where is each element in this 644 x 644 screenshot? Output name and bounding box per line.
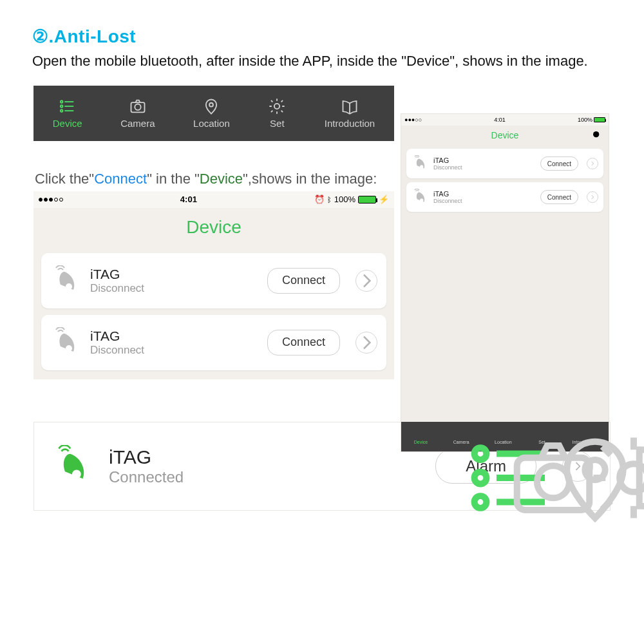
connect-button[interactable]: Connect: [540, 156, 578, 171]
signal-icon: [39, 198, 63, 202]
device-name: iTAG: [433, 190, 535, 198]
battery-icon: [358, 196, 376, 204]
connect-button[interactable]: Connect: [540, 190, 578, 204]
tab-location[interactable]: Location: [193, 97, 230, 129]
tab-device[interactable]: Device: [414, 430, 428, 444]
book-icon: [579, 430, 589, 439]
device-name: iTAG: [109, 446, 420, 468]
tab-device[interactable]: Device: [53, 97, 82, 129]
device-card: iTAG Disconnect Connect: [406, 182, 603, 212]
battery-pct: 100%: [334, 194, 355, 204]
gear-icon: [537, 430, 547, 439]
tab-label: Introduction: [573, 440, 596, 444]
device-name: iTAG: [90, 267, 258, 282]
device-name: iTAG: [433, 156, 535, 164]
tag-icon: [412, 189, 428, 205]
tab-camera[interactable]: Camera: [453, 430, 469, 444]
pin-icon: [498, 430, 508, 439]
tag-icon: [51, 445, 93, 488]
tab-label: Location: [193, 118, 230, 129]
section-body: Open the mobile bluetooth, after inside …: [32, 51, 612, 71]
device-card: iTAG Disconnect Connect: [406, 149, 603, 178]
device-name: iTAG: [90, 328, 258, 344]
connect-button[interactable]: Connect: [267, 330, 340, 355]
status-bar: 4:01 ⏰ ᛒ 100% ⚡: [33, 191, 394, 208]
device-status: Disconnect: [90, 344, 258, 357]
tab-label: Set: [538, 440, 545, 444]
tag-icon: [50, 327, 81, 358]
connect-button[interactable]: Connect: [267, 268, 340, 294]
tag-icon: [412, 155, 428, 172]
tab-set[interactable]: Set: [268, 97, 286, 129]
tab-label: Camera: [453, 440, 469, 444]
status-time: 4:01: [494, 117, 506, 123]
gear-icon: [268, 97, 286, 115]
status-bar: ●●●○○ 4:01 100%: [401, 114, 609, 126]
tab-label: Introduction: [325, 118, 375, 129]
battery-pct: 100%: [578, 117, 592, 123]
tab-introduction[interactable]: Introduction: [325, 97, 375, 129]
alarm-icon: ⏰: [314, 194, 325, 204]
device-card: iTAG Disconnect Connect: [41, 315, 386, 370]
device-status: Disconnect: [433, 164, 535, 171]
camera-icon: [129, 97, 147, 115]
highlight-connect: Connect: [94, 171, 147, 187]
tab-label: Location: [495, 440, 511, 444]
device-status: Disconnect: [433, 198, 535, 204]
chevron-right-icon[interactable]: [587, 158, 598, 169]
camera-icon: [457, 430, 466, 439]
page-title: Device: [33, 208, 394, 247]
tab-location[interactable]: Location: [495, 430, 511, 444]
device-status: Connected: [109, 468, 420, 486]
list-icon: [416, 430, 426, 439]
tab-label: Device: [414, 440, 428, 444]
search-icon[interactable]: [366, 218, 383, 235]
page-title: Device: [401, 126, 609, 145]
tab-label: Set: [270, 118, 285, 129]
tab-label: Camera: [120, 118, 155, 129]
tab-camera[interactable]: Camera: [120, 97, 155, 129]
list-icon: [59, 97, 77, 115]
chevron-right-icon[interactable]: [587, 191, 598, 203]
tab-bar: Device Camera Location Set Introduction: [401, 422, 609, 451]
section-heading: ②.Anti-Lost: [32, 26, 612, 47]
highlight-device: Device: [200, 171, 243, 187]
phone-preview: ●●●○○ 4:01 100% Device iTAG Disconnect C…: [401, 113, 609, 452]
book-icon: [341, 97, 359, 115]
battery-icon: [594, 117, 605, 122]
device-card: iTAG Disconnect Connect: [41, 253, 386, 308]
tab-bar: Device Camera Location Set Introduction: [33, 86, 394, 141]
bluetooth-icon: ᛒ: [327, 196, 332, 204]
tab-label: Device: [53, 118, 82, 129]
pin-icon: [202, 97, 220, 115]
tab-set[interactable]: Set: [537, 430, 547, 444]
chevron-right-icon[interactable]: [355, 332, 377, 354]
charging-icon: ⚡: [379, 194, 389, 204]
tag-icon: [50, 265, 81, 296]
search-icon[interactable]: [592, 130, 602, 140]
status-time: 4:01: [180, 194, 197, 204]
device-status: Disconnect: [90, 282, 258, 295]
tab-introduction[interactable]: Introduction: [573, 430, 596, 444]
device-panel: 4:01 ⏰ ᛒ 100% ⚡ Device iTAG Disconnect C…: [33, 191, 394, 379]
